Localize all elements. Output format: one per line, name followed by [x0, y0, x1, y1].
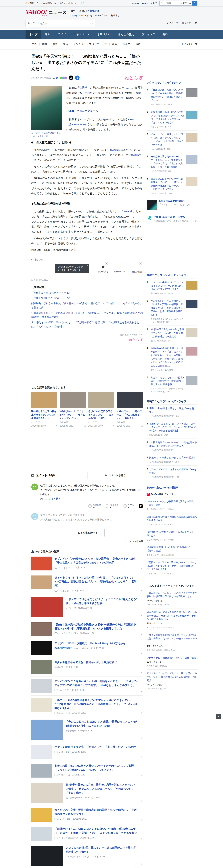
- write-comment-button[interactable]: ✎コメントを書く: [88, 472, 143, 479]
- search-button[interactable]: [192, 1, 197, 5]
- x-share-icon[interactable]: X: [113, 425, 114, 427]
- reacted-article-item[interactable]: アメリカ人「わぁ忘れてた！」「変だと思われるかも（笑）」 食事の反省…日本人には…: [147, 670, 197, 692]
- feed-title[interactable]: いなくなった猫3匹、探していたら謎の部屋が…中を見て背筋が凍った（海外）: [66, 846, 138, 854]
- feed-comment-count[interactable]: 28: [55, 566, 60, 569]
- avatar[interactable]: [31, 513, 38, 520]
- more-comments-button[interactable]: もっと見る(16件): [70, 529, 104, 537]
- article-image-caption[interactable]: 母と姉が「任天堂で遊ぼう！」と持ってきたのは……: [31, 131, 62, 138]
- ranking-item[interactable]: 5 助けて、もう払えない…〈貯金3万円〉独居女性が、家賃滞納3か月で選んだ“最終…: [147, 374, 197, 395]
- category-tab[interactable]: スポーツ: [86, 39, 102, 49]
- x-share-icon[interactable]: X: [141, 838, 142, 840]
- reaction-button-clear[interactable]: 7 わかりやすい: [114, 265, 126, 273]
- ranking-item[interactable]: 4 夫が息子に渡したベルマーク→左下を見ると…… 衝撃の光景に「初めて見た」「集…: [147, 153, 197, 175]
- ranking-item[interactable]: 1 密着！2男4女東京で暮らす大家族『every.特集』 日テレNEWS NNN…: [147, 405, 197, 420]
- main-nav-tab[interactable]: エキスパート: [70, 30, 93, 39]
- paid-article-title[interactable]: 総理候補 玉木雄一郎 不倫相手に暴露された！【先出し全文】: [147, 546, 197, 552]
- reaction-button-learned[interactable]: 3 学びがある: [97, 265, 109, 273]
- x-share-icon[interactable]: X: [141, 633, 142, 636]
- category-tab[interactable]: 経済: [60, 39, 71, 49]
- x-share-icon[interactable]: X: [69, 75, 73, 80]
- feed-item[interactable]: ほっぺをくっつけるママと幼い娘→16年後……「ちょっと待って」 220万再生の“…: [31, 573, 143, 595]
- help-link[interactable]: ヘルプ: [150, 2, 157, 5]
- comment-reaction-agree[interactable]: 共感した54: [88, 503, 101, 509]
- reacted-article-item[interactable]: ウクライナに兵器支援増へ NATO、防空も強化 15リアクション 共同通信 10…: [147, 654, 197, 670]
- paid-article-item[interactable]: “2億円資産家”公明党・斉藤鉄夫大臣規範破り疑惑を告発！【全文】 文春オンライン…: [147, 513, 197, 528]
- x-share-icon[interactable]: X: [141, 800, 142, 802]
- paid-article-title[interactable]: “2億円資産家”公明党・斉藤鉄夫大臣規範破り疑惑を告発！【全文】: [147, 515, 197, 522]
- reaction-button-new-view[interactable]: 1 ！ 新しい視点: [131, 265, 143, 273]
- avatar[interactable]: [31, 484, 38, 490]
- feed-title[interactable]: アンパンマングミを食べ終わった後、樹脂を入れると…… まさかのアイデアが360万…: [55, 679, 138, 687]
- feed-item[interactable]: 「服装がおばさん」SNSのコメントに傷ついた41歳・3児の母→10年ぶりにスカー…: [31, 824, 143, 843]
- feed-item[interactable]: 高校生の娘→机の上に堂々と置いていた“まさかのもの”にママ驚愕 「フタくらいは閉…: [31, 761, 143, 780]
- ranking-title[interactable]: 密着！2男4女東京で暮らす大家族『every.特集』: [149, 407, 197, 414]
- yahoo-news-logo[interactable]: YAHOO!JAPAN ニュース: [26, 9, 67, 17]
- web-search-input[interactable]: [160, 2, 181, 4]
- promo-title[interactable]: FAKE NEWS MONSTER: [159, 199, 191, 202]
- x-share-icon[interactable]: X: [138, 504, 143, 508]
- feed-comment-count[interactable]: 81: [55, 632, 60, 635]
- paid-article-item[interactable]: DAIBOUCHOUさんが株高局面で注目する割安「国策」銘柄 会社四季報オンライ…: [147, 498, 197, 513]
- ranking-title[interactable]: 訳あって“デカ盛り”始めました『every.特集』: [149, 456, 197, 459]
- article-card[interactable]: ←弟のだっこ →母のだっこ 「そんな変わる？ww」「お母さん… ねとらぼ 10/…: [117, 392, 143, 427]
- x-share-icon[interactable]: X: [141, 737, 142, 739]
- feed-item[interactable]: 独少女像撤去命令で上訴 韓国系団体、上級行政裁に 共同通信 10/16(木) 6…: [31, 658, 143, 677]
- x-share-icon[interactable]: X: [141, 863, 142, 865]
- category-tab[interactable]: 主要: [29, 39, 39, 49]
- reacted-article-title[interactable]: 「コイン暴落で3000万ドルを失った」…死亡した状態で発見されたウクライナの有名…: [147, 633, 197, 644]
- feed-item[interactable]: アンパンマングミを食べ終わった後、樹脂を入れると…… まさかのアイデアが360万…: [31, 677, 143, 695]
- ranking-title[interactable]: 体重60→43キロに激減、見た目が変わりすぎて「え、病気？」と心配されたことも……: [151, 346, 185, 368]
- reacted-article-title[interactable]: 実家の押し入れで発見！昭和の箱に眠っていたのは40年前の… 母から娘へ受けつがれ…: [147, 611, 197, 621]
- feed-title[interactable]: 「あの……刺身3種盛りを頼んだんですが」→運ばれてきたのは…… “予想を裏切る一…: [55, 698, 138, 710]
- report-article-link[interactable]: 記事に関する報告: [31, 278, 143, 281]
- ranking-item[interactable]: 3 イギリスでは「普通なのに」日本では「誰もそんなことしない」 イギリス人が衝撃…: [147, 130, 197, 153]
- feed-item[interactable]: 高3息子へ最後のお弁当。帰宅後、息子が渡してきた“モノ”に母涙…「私そんなことし…: [31, 780, 143, 805]
- main-nav-tab[interactable]: 有料: [159, 30, 171, 39]
- category-tab[interactable]: 科学: [109, 39, 120, 49]
- ranking-title[interactable]: 助けて、もう払えない…〈貯金3万円〉独居女性が、家賃滞納3か月で選んだ“最終手段…: [151, 376, 185, 386]
- feed-comment-count[interactable]: 4: [55, 589, 59, 592]
- related-article-link[interactable]: 任天堂の株主総会で「すれちがい通信」を試した→4時間後……「マジかよ」 1000…: [31, 311, 143, 319]
- ranking-item[interactable]: 5 どうなってるの？ お母さんの財布84『every.特集』 日テレNEWS N…: [147, 466, 197, 481]
- x-share-icon[interactable]: X: [141, 819, 142, 821]
- id-register-link[interactable]: 新規取得: [90, 9, 99, 13]
- article-card[interactable]: 断捨離しようと重い腰を上げたオタク、押し入れを整理すると…… ねとらぼ 10/1…: [31, 392, 57, 427]
- mypage-link[interactable]: マイページ: [166, 22, 178, 25]
- keyword-search-input[interactable]: [27, 22, 90, 25]
- related-article-link[interactable]: 能登半島のがれきから祖父の“任天堂のゲーム”発見 → 意外なアナログの品に「これ…: [31, 301, 143, 310]
- ranking-item[interactable]: 5 真面目な夫に子守を任せたら塗り絵をしていて……「何これw」 妻仰天の仕上がり…: [147, 175, 197, 197]
- x-share-icon[interactable]: X: [141, 568, 142, 570]
- hide-comments-checkbox[interactable]: [123, 540, 126, 543]
- feed-item[interactable]: 「あの……刺身3種盛りを頼んだんですが」→運ばれてきたのは…… “予想を裏切る一…: [31, 695, 143, 717]
- reacted-article-item[interactable]: 「コイン暴落で3000万ドルを失った」…死亡した状態で発見されたウクライナの有名…: [147, 631, 197, 654]
- x-share-icon[interactable]: X: [141, 589, 142, 592]
- x-share-icon[interactable]: X: [141, 671, 142, 674]
- main-nav-tab[interactable]: 速報: [41, 30, 54, 39]
- ranking-item[interactable]: 1 「金がないから払えない」人のバイクで中学生が事故 賠償拒否に母絶句…「娘は泣…: [147, 86, 197, 108]
- feed-title[interactable]: 【独占】堂本光一が結婚を決意か“お相手”の佐藤めぐみは「芸能界を引退へ」9月30…: [55, 622, 138, 630]
- ranking-title[interactable]: 衣替えでしまう前に！汗じみ・黄ばみを防ぐ「Tシャツ」の洗い方。長くキレイに着るた…: [149, 422, 197, 432]
- feed-title[interactable]: セブンイレブンの店先に“とんでもない展示物”→気合入りすぎて絶叫「子ども泣く」「…: [55, 557, 138, 565]
- x-share-icon[interactable]: X: [141, 425, 143, 427]
- feed-title[interactable]: 「ポケモンではなさそうだけど…」ユニクロが“見覚えある”ドット絵公開し平成世代が…: [66, 597, 138, 606]
- ranking-item[interactable]: 1 「ダサい中年男性」はだいたい買っている“オジサンは着てはいけないブランド”ワ…: [147, 278, 197, 297]
- ranking-item[interactable]: 2 高校生の娘→机の上に堂々と置いていた“まさかのもの”にママ驚愕 「フタくらい…: [147, 108, 197, 130]
- feed-comment-count[interactable]: 9: [55, 689, 59, 691]
- main-nav-tab[interactable]: ランキング: [138, 30, 159, 39]
- paid-article-item[interactable]: 【驚愕スクープ】JO1大平祥生、ME:Iメンバーとの二股がバレていた！「元カノに…: [147, 559, 197, 578]
- article-card[interactable]: 3歳娘がシルバニアくじを引いたら…… 母「あんた…すんごい… ねとらぼ 10/1…: [60, 392, 86, 427]
- category-tab[interactable]: 国際: [50, 39, 60, 49]
- paid-article-title[interactable]: 【驚愕スクープ】JO1大平祥生、ME:Iメンバーとの二股がバレていた！「元カノに…: [147, 561, 197, 571]
- video-ranking-heading[interactable]: 動画アクセスランキング（ライフ）: [147, 400, 197, 405]
- x-share-icon[interactable]: X: [141, 712, 142, 714]
- ranking-item[interactable]: 4 体重60→43キロに激減、見た目が変わりすぎて「え、病気？」と心配されたこと…: [147, 344, 197, 374]
- x-share-icon[interactable]: X: [141, 756, 142, 758]
- publisher-logo[interactable]: ねとらぼ: [125, 75, 143, 81]
- ranking-title[interactable]: 200円台前半「スーパーの弁当」 節約と時短を求め…まとめ買いするお客さんも: [149, 441, 197, 448]
- feed-title[interactable]: 「今のニコ動でこれは凄い」と話題…“野原ひろしアニメ”が1週間で50万再生、10…: [66, 720, 138, 728]
- yahoo-japan-link[interactable]: Yahoo! JAPAN: [132, 2, 148, 5]
- paid-article-item[interactable]: 総理候補 玉木雄一郎 不倫相手に暴露された！【先出し全文】 文春オンライン 10…: [147, 544, 197, 559]
- reacted-article-title[interactable]: 「金がないから払えない」人のバイクで中学生が事故 賠償拒否に母「娘は泣き寝入りで…: [147, 591, 197, 598]
- x-share-icon[interactable]: X: [141, 690, 142, 693]
- feed-title[interactable]: 独少女像撤去命令で上訴 韓国系団体、上級行政裁に: [55, 660, 138, 664]
